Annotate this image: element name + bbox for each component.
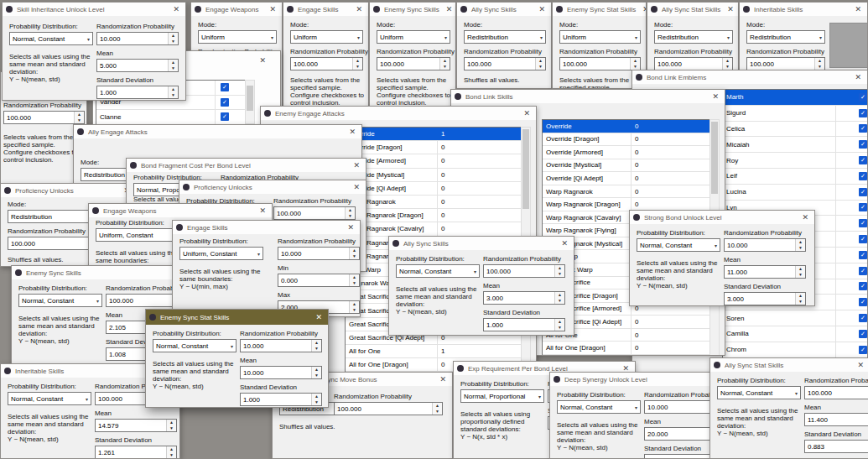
- numeric-input[interactable]: 0.000▲▼: [278, 274, 360, 287]
- spinner-down-icon[interactable]: ▼: [167, 452, 176, 458]
- checkbox[interactable]: ✓: [859, 188, 867, 196]
- numeric-input[interactable]: 100.000▲▼: [654, 57, 733, 70]
- numeric-input[interactable]: 100.000▲▼: [464, 57, 546, 70]
- spinner-down-icon[interactable]: ▼: [555, 298, 564, 304]
- spinner-up-icon[interactable]: ▲: [555, 319, 564, 325]
- table-row[interactable]: All for One1: [346, 345, 522, 358]
- list-item[interactable]: Marth✓: [723, 90, 868, 106]
- spinner-down-icon[interactable]: ▼: [631, 64, 640, 70]
- numeric-input[interactable]: 100.000▲▼: [273, 206, 356, 220]
- spinner-down-icon[interactable]: ▼: [169, 92, 178, 98]
- close-icon[interactable]: ✕: [351, 161, 362, 170]
- spinner-down-icon[interactable]: ▼: [346, 213, 355, 219]
- table-row[interactable]: Override [Dragon]0: [543, 133, 710, 147]
- list-item[interactable]: Chrom✓: [723, 342, 868, 358]
- table-row[interactable]: Override [Armored]0: [543, 146, 710, 159]
- dropdown-select[interactable]: Normal, Constant▾: [9, 32, 93, 45]
- close-icon[interactable]: ✕: [351, 183, 362, 192]
- list-item[interactable]: Micaiah✓: [723, 137, 868, 153]
- close-icon[interactable]: ✕: [709, 92, 721, 102]
- table-row[interactable]: Warp Ragnarok [Dragon]0: [346, 209, 522, 222]
- dropdown-select[interactable]: Uniform▾: [198, 30, 277, 44]
- dropdown-select[interactable]: Normal, Constant▾: [153, 339, 236, 352]
- checkbox[interactable]: ✓: [859, 93, 867, 102]
- dropdown-select[interactable]: Normal, Constant▾: [637, 238, 720, 252]
- spinner-up-icon[interactable]: ▲: [167, 420, 176, 425]
- spinner-down-icon[interactable]: ▼: [350, 280, 359, 286]
- dropdown-select[interactable]: Uniform▾: [290, 30, 363, 44]
- close-icon[interactable]: ✕: [444, 5, 455, 14]
- spinner-up-icon[interactable]: ▲: [353, 58, 362, 64]
- close-icon[interactable]: ✕: [353, 5, 365, 14]
- numeric-input[interactable]: 1.261▲▼: [95, 446, 177, 459]
- spinner[interactable]: ▲▼: [168, 33, 178, 44]
- dropdown-select[interactable]: Redistribution▾: [464, 30, 546, 44]
- checkbox[interactable]: ✓: [221, 83, 229, 91]
- list-item[interactable]: Roy✓: [723, 153, 868, 169]
- spinner[interactable]: ▲▼: [168, 86, 178, 98]
- list-item[interactable]: Lucina✓: [723, 185, 868, 201]
- close-icon[interactable]: ✕: [257, 206, 268, 216]
- spinner-up-icon[interactable]: ▲: [815, 58, 824, 64]
- list-item[interactable]: Soren✓: [723, 310, 868, 326]
- close-icon[interactable]: ✕: [725, 5, 736, 14]
- checkbox[interactable]: ✓: [859, 346, 867, 354]
- dropdown-select[interactable]: Normal, Constant▾: [717, 386, 801, 399]
- close-icon[interactable]: ✕: [267, 5, 278, 14]
- spinner-up-icon[interactable]: ▲: [440, 58, 450, 64]
- table-row[interactable]: Override [Qi Adept]0: [346, 182, 522, 196]
- checkbox[interactable]: ✓: [859, 109, 867, 117]
- close-icon[interactable]: ✕: [559, 239, 570, 248]
- checkbox[interactable]: ✓: [859, 140, 867, 149]
- spinner-down-icon[interactable]: ▼: [433, 409, 442, 415]
- close-icon[interactable]: ✕: [799, 213, 811, 222]
- close-icon[interactable]: ✕: [852, 73, 864, 82]
- table-row[interactable]: Override0: [543, 120, 710, 133]
- checkbox[interactable]: ✓: [221, 98, 229, 107]
- dropdown-select[interactable]: Normal, Proportional▾: [460, 389, 544, 403]
- spinner[interactable]: ▲▼: [345, 207, 355, 219]
- table-row[interactable]: Warp Ragnarok0: [346, 196, 522, 209]
- spinner[interactable]: ▲▼: [795, 293, 805, 305]
- numeric-input[interactable]: 100.000▲▼: [377, 57, 450, 70]
- spinner[interactable]: ▲▼: [352, 58, 362, 70]
- spinner-up-icon[interactable]: ▲: [433, 403, 442, 409]
- spinner[interactable]: ▲▼: [554, 319, 564, 331]
- checkbox[interactable]: ✓: [859, 267, 867, 275]
- spinner[interactable]: ▲▼: [166, 420, 176, 431]
- dropdown-select[interactable]: Normal, Constant▾: [8, 392, 91, 405]
- checkbox[interactable]: ✓: [221, 112, 229, 121]
- spinner[interactable]: ▲▼: [311, 394, 321, 405]
- spinner-down-icon[interactable]: ▼: [312, 346, 321, 352]
- spinner-down-icon[interactable]: ▼: [312, 373, 321, 378]
- spinner-up-icon[interactable]: ▲: [350, 248, 359, 253]
- spinner-down-icon[interactable]: ▼: [353, 64, 362, 70]
- dropdown-select[interactable]: Redistribution▾: [654, 30, 733, 44]
- numeric-input[interactable]: 100.000▲▼: [334, 402, 443, 415]
- spinner-up-icon[interactable]: ▲: [723, 58, 732, 64]
- numeric-input[interactable]: 10.000▲▼: [278, 247, 360, 260]
- spinner-down-icon[interactable]: ▼: [350, 307, 359, 313]
- spinner-up-icon[interactable]: ▲: [312, 394, 321, 399]
- scrollbar-thumb[interactable]: [522, 129, 529, 209]
- table-row[interactable]: Override [Dragon]0: [346, 141, 522, 154]
- close-icon[interactable]: ✕: [257, 56, 268, 65]
- numeric-input[interactable]: 10.000▲▼: [96, 32, 179, 45]
- spinner[interactable]: ▲▼: [432, 403, 442, 415]
- numeric-input[interactable]: 10.000▲▼: [724, 238, 806, 252]
- spinner[interactable]: ▲▼: [554, 292, 564, 304]
- numeric-input[interactable]: 100.000▲▼: [3, 111, 85, 124]
- spinner-up-icon[interactable]: ▲: [75, 112, 84, 117]
- numeric-input[interactable]: 10.000▲▼: [240, 339, 322, 352]
- spinner-up-icon[interactable]: ▲: [169, 86, 178, 92]
- spinner-down-icon[interactable]: ▼: [536, 64, 545, 70]
- scrollbar-thumb[interactable]: [247, 86, 253, 111]
- dropdown-select[interactable]: Uniform, Constant▾: [179, 247, 263, 260]
- close-icon[interactable]: ✕: [521, 109, 533, 118]
- checkbox[interactable]: ✓: [859, 314, 867, 322]
- checkbox[interactable]: ✓: [859, 124, 867, 133]
- numeric-input[interactable]: 11.000▲▼: [724, 265, 806, 279]
- table-row[interactable]: Warp Ragnarok0: [543, 185, 710, 199]
- spinner[interactable]: ▲▼: [311, 340, 321, 352]
- spinner-down-icon[interactable]: ▼: [169, 65, 178, 71]
